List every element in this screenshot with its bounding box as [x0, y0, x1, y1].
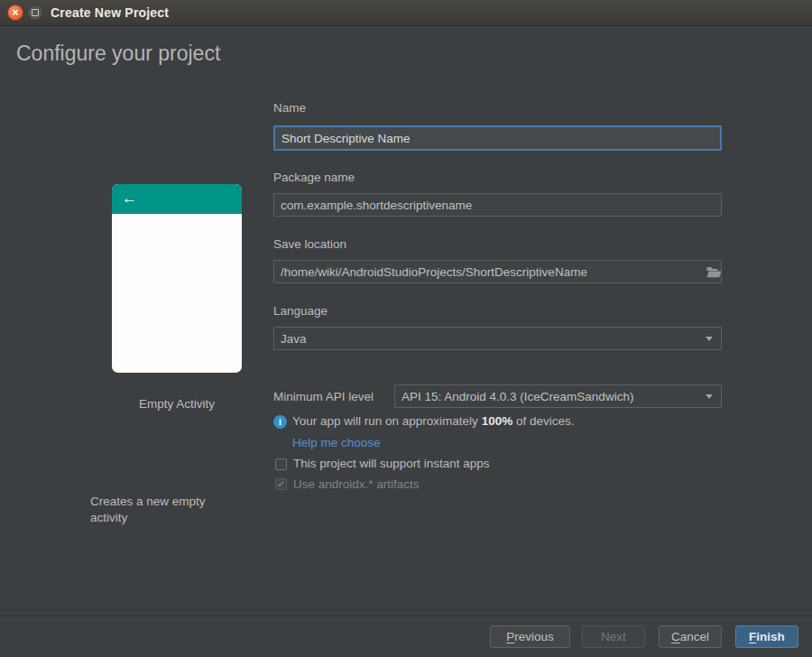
- min-api-dropdown[interactable]: API 15: Android 4.0.3 (IceCreamSandwich): [394, 384, 722, 408]
- language-value: Java: [281, 332, 307, 346]
- chevron-down-icon: [706, 394, 713, 399]
- api-note-suffix: of devices.: [512, 414, 574, 428]
- min-api-label: Minimum API level: [273, 390, 374, 403]
- activity-template-preview: ←: [112, 184, 242, 373]
- template-description: Creates a new empty activity: [90, 494, 235, 526]
- instant-apps-label[interactable]: This project will support instant apps: [293, 457, 490, 470]
- folder-browse-icon[interactable]: [706, 265, 722, 282]
- package-name-input[interactable]: [273, 193, 722, 217]
- api-coverage-note: Your app will run on approximately 100% …: [292, 414, 574, 428]
- chevron-down-icon: [706, 337, 713, 341]
- androidx-label: Use androidx.* artifacts: [293, 477, 420, 491]
- template-name: Empty Activity: [112, 397, 242, 411]
- window-title: Create New Project: [51, 0, 169, 25]
- save-location-input[interactable]: [273, 260, 722, 283]
- footer-divider: [0, 615, 812, 616]
- api-note-prefix: Your app will run on approximately: [292, 414, 482, 428]
- finish-button[interactable]: Finish: [735, 625, 798, 648]
- min-api-value: API 15: Android 4.0.3 (IceCreamSandwich): [401, 390, 633, 403]
- language-label: Language: [273, 304, 328, 318]
- info-icon: i: [273, 415, 287, 429]
- api-note-percent: 100%: [482, 414, 513, 428]
- package-name-label: Package name: [273, 171, 355, 184]
- androidx-checkbox: ✓: [275, 478, 287, 490]
- cancel-button[interactable]: Cancel: [659, 625, 722, 648]
- previous-button[interactable]: Previous: [490, 625, 570, 648]
- help-me-choose-link[interactable]: Help me choose: [292, 436, 381, 449]
- name-label: Name: [273, 101, 306, 115]
- language-dropdown[interactable]: Java: [273, 327, 722, 350]
- close-icon[interactable]: ×: [7, 5, 23, 21]
- next-button: Next: [582, 625, 645, 648]
- instant-apps-checkbox[interactable]: [275, 458, 287, 470]
- save-location-label: Save location: [273, 237, 346, 251]
- name-input[interactable]: [273, 125, 722, 151]
- page-title: Configure your project: [16, 42, 220, 66]
- create-new-project-dialog: × Create New Project Configure your proj…: [0, 0, 812, 657]
- activity-preview-appbar: ←: [112, 184, 242, 214]
- maximize-icon[interactable]: [27, 5, 43, 21]
- titlebar[interactable]: × Create New Project: [0, 0, 812, 26]
- back-arrow-icon: ←: [122, 189, 137, 208]
